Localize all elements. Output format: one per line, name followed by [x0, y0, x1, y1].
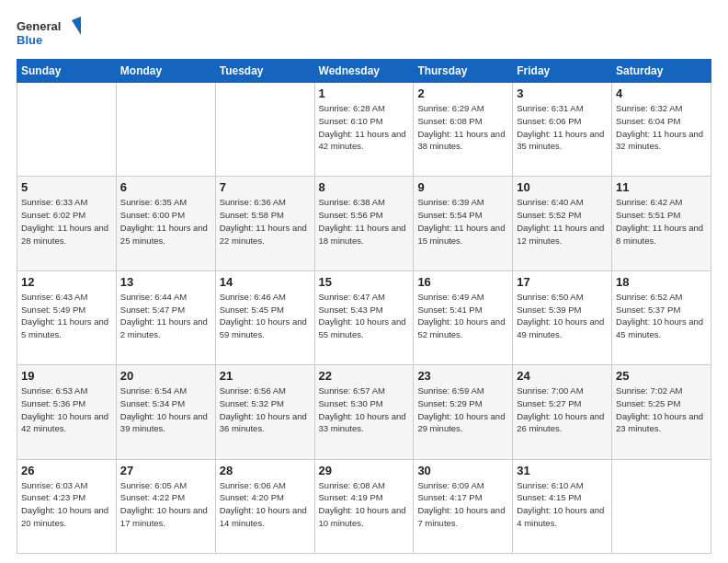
svg-text:Blue: Blue [17, 33, 42, 47]
weekday-header-sunday: Sunday [17, 60, 117, 83]
day-info: Sunrise: 6:49 AM Sunset: 5:41 PM Dayligh… [417, 291, 508, 341]
calendar-cell: 9Sunrise: 6:39 AM Sunset: 5:54 PM Daylig… [414, 177, 513, 270]
day-info: Sunrise: 7:02 AM Sunset: 5:25 PM Dayligh… [616, 385, 707, 435]
day-info: Sunrise: 6:29 AM Sunset: 6:08 PM Dayligh… [417, 102, 508, 153]
calendar-week-row: 5Sunrise: 6:33 AM Sunset: 6:02 PM Daylig… [17, 177, 711, 270]
calendar-cell: 14Sunrise: 6:46 AM Sunset: 5:45 PM Dayli… [215, 270, 314, 364]
logo-svg: General Blue [17, 17, 81, 50]
calendar-cell: 7Sunrise: 6:36 AM Sunset: 5:58 PM Daylig… [215, 177, 314, 270]
calendar-week-row: 1Sunrise: 6:28 AM Sunset: 6:10 PM Daylig… [17, 83, 711, 177]
day-number: 31 [517, 464, 608, 477]
calendar-cell: 12Sunrise: 6:43 AM Sunset: 5:49 PM Dayli… [17, 270, 117, 364]
calendar-cell: 26Sunrise: 6:03 AM Sunset: 4:23 PM Dayli… [17, 459, 117, 553]
day-number: 9 [417, 180, 508, 194]
day-info: Sunrise: 6:47 AM Sunset: 5:43 PM Dayligh… [319, 291, 410, 341]
day-number: 6 [120, 180, 211, 194]
day-number: 2 [417, 86, 508, 100]
calendar-cell: 1Sunrise: 6:28 AM Sunset: 6:10 PM Daylig… [314, 83, 414, 177]
day-info: Sunrise: 6:44 AM Sunset: 5:47 PM Dayligh… [120, 291, 211, 341]
calendar-cell: 30Sunrise: 6:09 AM Sunset: 4:17 PM Dayli… [414, 459, 513, 553]
day-number: 10 [517, 180, 608, 194]
day-info: Sunrise: 6:53 AM Sunset: 5:36 PM Dayligh… [21, 385, 112, 435]
weekday-header-row: SundayMondayTuesdayWednesdayThursdayFrid… [17, 60, 711, 83]
day-number: 22 [319, 369, 410, 383]
calendar-cell: 8Sunrise: 6:38 AM Sunset: 5:56 PM Daylig… [314, 177, 414, 270]
day-number: 16 [417, 275, 508, 289]
day-number: 18 [616, 275, 707, 289]
header: General Blue [17, 17, 711, 50]
day-info: Sunrise: 6:09 AM Sunset: 4:17 PM Dayligh… [417, 479, 508, 530]
day-number: 29 [319, 464, 410, 477]
weekday-header-saturday: Saturday [612, 60, 711, 83]
day-info: Sunrise: 6:05 AM Sunset: 4:22 PM Dayligh… [120, 479, 211, 530]
day-number: 23 [417, 369, 508, 383]
day-info: Sunrise: 7:00 AM Sunset: 5:27 PM Dayligh… [517, 385, 608, 435]
calendar-cell: 27Sunrise: 6:05 AM Sunset: 4:22 PM Dayli… [116, 459, 215, 553]
day-number: 25 [616, 369, 707, 383]
day-number: 28 [220, 464, 311, 477]
weekday-header-friday: Friday [513, 60, 612, 83]
day-info: Sunrise: 6:54 AM Sunset: 5:34 PM Dayligh… [120, 385, 211, 435]
day-info: Sunrise: 6:50 AM Sunset: 5:39 PM Dayligh… [517, 291, 608, 341]
day-info: Sunrise: 6:46 AM Sunset: 5:45 PM Dayligh… [220, 291, 311, 341]
calendar-cell: 10Sunrise: 6:40 AM Sunset: 5:52 PM Dayli… [513, 177, 612, 270]
day-info: Sunrise: 6:03 AM Sunset: 4:23 PM Dayligh… [21, 479, 112, 530]
calendar-cell [215, 83, 314, 177]
calendar-cell: 3Sunrise: 6:31 AM Sunset: 6:06 PM Daylig… [513, 83, 612, 177]
day-number: 15 [319, 275, 410, 289]
calendar-cell: 22Sunrise: 6:57 AM Sunset: 5:30 PM Dayli… [314, 365, 414, 459]
weekday-header-tuesday: Tuesday [215, 60, 314, 83]
day-info: Sunrise: 6:43 AM Sunset: 5:49 PM Dayligh… [21, 291, 112, 341]
calendar-cell: 24Sunrise: 7:00 AM Sunset: 5:27 PM Dayli… [513, 365, 612, 459]
day-number: 27 [120, 464, 211, 477]
calendar-week-row: 26Sunrise: 6:03 AM Sunset: 4:23 PM Dayli… [17, 459, 711, 553]
logo: General Blue [17, 17, 81, 50]
svg-marker-2 [72, 17, 81, 35]
calendar-cell: 2Sunrise: 6:29 AM Sunset: 6:08 PM Daylig… [414, 83, 513, 177]
calendar-cell: 17Sunrise: 6:50 AM Sunset: 5:39 PM Dayli… [513, 270, 612, 364]
calendar-cell: 29Sunrise: 6:08 AM Sunset: 4:19 PM Dayli… [314, 459, 414, 553]
day-info: Sunrise: 6:52 AM Sunset: 5:37 PM Dayligh… [616, 291, 707, 341]
day-info: Sunrise: 6:57 AM Sunset: 5:30 PM Dayligh… [319, 385, 410, 435]
weekday-header-monday: Monday [116, 60, 215, 83]
day-info: Sunrise: 6:10 AM Sunset: 4:15 PM Dayligh… [517, 479, 608, 530]
weekday-header-wednesday: Wednesday [314, 60, 414, 83]
day-info: Sunrise: 6:38 AM Sunset: 5:56 PM Dayligh… [319, 196, 410, 247]
calendar-cell: 5Sunrise: 6:33 AM Sunset: 6:02 PM Daylig… [17, 177, 117, 270]
calendar-week-row: 12Sunrise: 6:43 AM Sunset: 5:49 PM Dayli… [17, 270, 711, 364]
day-info: Sunrise: 6:28 AM Sunset: 6:10 PM Dayligh… [319, 102, 410, 153]
day-number: 19 [21, 369, 112, 383]
day-number: 1 [319, 86, 410, 100]
calendar-cell: 6Sunrise: 6:35 AM Sunset: 6:00 PM Daylig… [116, 177, 215, 270]
day-number: 30 [417, 464, 508, 477]
day-info: Sunrise: 6:06 AM Sunset: 4:20 PM Dayligh… [220, 479, 311, 530]
calendar-cell: 20Sunrise: 6:54 AM Sunset: 5:34 PM Dayli… [116, 365, 215, 459]
day-info: Sunrise: 6:31 AM Sunset: 6:06 PM Dayligh… [517, 102, 608, 153]
calendar-cell: 25Sunrise: 7:02 AM Sunset: 5:25 PM Dayli… [612, 365, 711, 459]
calendar-cell: 4Sunrise: 6:32 AM Sunset: 6:04 PM Daylig… [612, 83, 711, 177]
calendar-cell: 21Sunrise: 6:56 AM Sunset: 5:32 PM Dayli… [215, 365, 314, 459]
day-number: 26 [21, 464, 112, 477]
day-number: 3 [517, 86, 608, 100]
day-info: Sunrise: 6:59 AM Sunset: 5:29 PM Dayligh… [417, 385, 508, 435]
day-number: 12 [21, 275, 112, 289]
calendar-cell: 31Sunrise: 6:10 AM Sunset: 4:15 PM Dayli… [513, 459, 612, 553]
day-info: Sunrise: 6:33 AM Sunset: 6:02 PM Dayligh… [21, 196, 112, 247]
calendar-cell: 16Sunrise: 6:49 AM Sunset: 5:41 PM Dayli… [414, 270, 513, 364]
day-info: Sunrise: 6:42 AM Sunset: 5:51 PM Dayligh… [616, 196, 707, 247]
calendar-cell [612, 459, 711, 553]
day-number: 17 [517, 275, 608, 289]
calendar-cell: 13Sunrise: 6:44 AM Sunset: 5:47 PM Dayli… [116, 270, 215, 364]
weekday-header-thursday: Thursday [414, 60, 513, 83]
day-number: 7 [220, 180, 311, 194]
calendar-cell: 11Sunrise: 6:42 AM Sunset: 5:51 PM Dayli… [612, 177, 711, 270]
calendar-cell [17, 83, 117, 177]
calendar-cell: 18Sunrise: 6:52 AM Sunset: 5:37 PM Dayli… [612, 270, 711, 364]
day-number: 13 [120, 275, 211, 289]
day-info: Sunrise: 6:56 AM Sunset: 5:32 PM Dayligh… [220, 385, 311, 435]
day-number: 24 [517, 369, 608, 383]
day-info: Sunrise: 6:32 AM Sunset: 6:04 PM Dayligh… [616, 102, 707, 153]
day-number: 11 [616, 180, 707, 194]
day-number: 14 [220, 275, 311, 289]
calendar-table: SundayMondayTuesdayWednesdayThursdayFrid… [17, 59, 711, 554]
